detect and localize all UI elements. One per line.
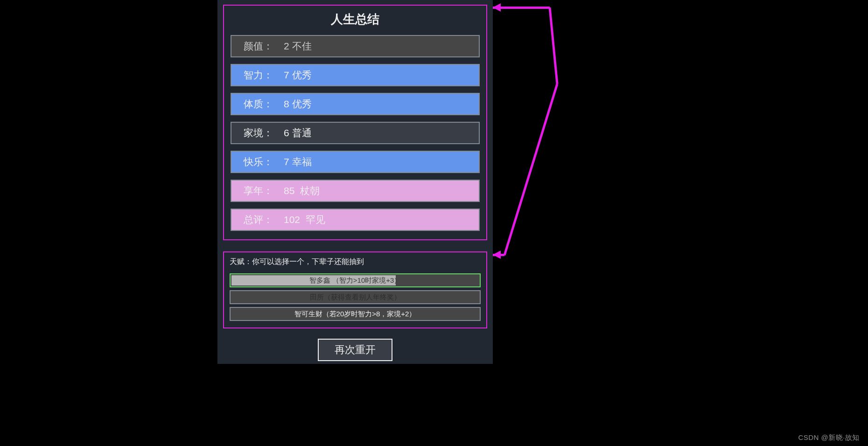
annotation-arrowhead-icon bbox=[493, 251, 501, 259]
talent-item[interactable]: 智可生财（若20岁时智力>8，家境+2） bbox=[230, 307, 481, 321]
stats-list: 颜值：2 不佳智力：7 优秀体质：8 优秀家境：6 普通快乐：7 幸福享年：85… bbox=[231, 35, 480, 231]
talent-label: 智多鑫 （智力>10时家境+3） bbox=[309, 276, 401, 285]
talent-label: 智可生财（若20岁时智力>8，家境+2） bbox=[294, 310, 416, 319]
talent-list: 智多鑫 （智力>10时家境+3）田所（获得查看别人年终奖）智可生财（若20岁时智… bbox=[230, 273, 481, 321]
stat-label: 智力： bbox=[244, 69, 284, 82]
stat-row: 颜值：2 不佳 bbox=[231, 35, 480, 57]
watermark: CSDN @新晓·故知 bbox=[798, 433, 860, 442]
svg-line-1 bbox=[504, 84, 557, 255]
restart-button[interactable]: 再次重开 bbox=[318, 339, 392, 361]
talent-box: 天赋：你可以选择一个，下辈子还能抽到 智多鑫 （智力>10时家境+3）田所（获得… bbox=[223, 251, 487, 328]
stat-label: 颜值： bbox=[244, 40, 284, 53]
stat-value: 102 罕见 bbox=[284, 213, 325, 226]
annotation-arrowhead-icon bbox=[493, 3, 501, 12]
stat-value: 7 优秀 bbox=[284, 69, 312, 82]
stat-value: 6 普通 bbox=[284, 126, 312, 139]
stat-label: 家境： bbox=[244, 126, 284, 139]
stat-row: 智力：7 优秀 bbox=[231, 64, 480, 86]
talent-label: 田所（获得查看别人年终奖） bbox=[310, 293, 401, 302]
stat-label: 体质： bbox=[244, 98, 284, 111]
talent-hint: 天赋：你可以选择一个，下辈子还能抽到 bbox=[230, 257, 481, 267]
stat-value: 7 幸福 bbox=[284, 155, 312, 168]
stat-row: 享年：85 杖朝 bbox=[231, 180, 480, 202]
stat-value: 2 不佳 bbox=[284, 40, 312, 53]
stat-row: 快乐：7 幸福 bbox=[231, 151, 480, 173]
stat-label: 享年： bbox=[244, 184, 284, 197]
stat-label: 总评： bbox=[244, 213, 284, 226]
game-panel: 人生总结 颜值：2 不佳智力：7 优秀体质：8 优秀家境：6 普通快乐：7 幸福… bbox=[217, 0, 493, 364]
stat-row: 家境：6 普通 bbox=[231, 122, 480, 144]
summary-box: 人生总结 颜值：2 不佳智力：7 优秀体质：8 优秀家境：6 普通快乐：7 幸福… bbox=[223, 5, 487, 240]
talent-item[interactable]: 田所（获得查看别人年终奖） bbox=[230, 290, 481, 304]
stat-row: 体质：8 优秀 bbox=[231, 93, 480, 115]
annotation-line bbox=[493, 7, 550, 9]
stat-value: 85 杖朝 bbox=[284, 184, 320, 197]
restart-label: 再次重开 bbox=[335, 343, 376, 357]
talent-item[interactable]: 智多鑫 （智力>10时家境+3） bbox=[230, 273, 481, 287]
stat-row: 总评：102 罕见 bbox=[231, 209, 480, 231]
annotation-connector bbox=[502, 5, 563, 259]
summary-title: 人生总结 bbox=[231, 11, 480, 28]
stat-value: 8 优秀 bbox=[284, 98, 312, 111]
svg-line-0 bbox=[550, 7, 557, 84]
stat-label: 快乐： bbox=[244, 155, 284, 168]
